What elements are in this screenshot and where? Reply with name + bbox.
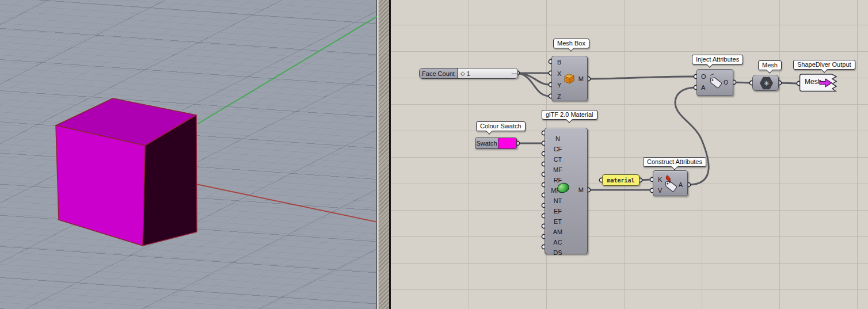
window-divider[interactable] — [378, 0, 391, 309]
tooltip-mesh: Mesh — [758, 60, 782, 70]
tooltip-shapediver-output: ShapeDiver Output — [793, 60, 855, 70]
viewport-scene — [0, 0, 377, 309]
input-label-x: X — [557, 70, 561, 78]
shapediver-output-component[interactable]: Mesh — [799, 74, 838, 92]
construct-attributes-component[interactable]: K V A — [653, 170, 688, 196]
tooltip-gltf-material: glTF 2.0 Material — [542, 110, 597, 120]
gltf-input-labels: N CF CT MF RF MRT NT EF ET AM AC DS — [545, 133, 570, 258]
tooltip-inject-attributes: Inject Attributes — [692, 55, 743, 64]
input-label-ac: AC — [545, 237, 570, 247]
output-label-o: O — [724, 79, 728, 86]
rhino-viewport[interactable] — [0, 0, 377, 309]
input-label-z: Z — [557, 93, 561, 101]
slider-value: 1 — [467, 70, 470, 77]
face-count-slider[interactable]: Face Count ◇ 1 — [419, 68, 518, 79]
tooltip-text: Inject Attributes — [696, 56, 739, 63]
input-label-ct: CT — [545, 154, 570, 165]
output-label-m: M — [578, 186, 584, 194]
input-label-ef: EF — [545, 206, 570, 216]
y-axis-line — [197, 16, 377, 124]
slider-label: Face Count — [420, 68, 458, 78]
input-label-cf: CF — [545, 144, 570, 154]
grasshopper-canvas[interactable] — [391, 0, 868, 309]
swatch-color-chip[interactable] — [498, 138, 516, 148]
swatch-label: Swatch — [475, 138, 498, 148]
inject-attributes-component[interactable]: O A O — [696, 69, 733, 96]
slider-ruler — [512, 73, 518, 76]
inject-attributes-tag-icon — [707, 73, 724, 91]
mesh-hexagon-icon: ✳ — [760, 77, 773, 90]
mesh-param-component[interactable]: ✳ — [752, 75, 779, 91]
input-label-n: N — [545, 133, 570, 144]
cube-front-face — [56, 125, 145, 246]
input-label-et: ET — [545, 216, 570, 227]
input-label-b: B — [557, 59, 561, 66]
input-label-o: O — [701, 73, 706, 81]
input-label-y: Y — [557, 82, 561, 89]
construct-attributes-tag-icon — [662, 174, 679, 193]
input-label-ds: DS — [545, 247, 570, 258]
panel-text: material — [607, 177, 634, 184]
input-label-am: AM — [545, 227, 570, 237]
mesh-box-icon — [562, 71, 576, 85]
tooltip-text: Colour Swatch — [480, 123, 521, 129]
application-window: { "viewport": { "cube": { "front_color":… — [0, 0, 868, 309]
input-label-a: A — [701, 84, 705, 91]
slider-track[interactable]: ◇ 1 — [458, 68, 517, 78]
mesh-box-component[interactable]: B X Y Z M — [551, 56, 588, 101]
tooltip-mesh-box: Mesh Box — [553, 39, 589, 48]
output-label-m: M — [578, 75, 584, 83]
magenta-cube[interactable] — [56, 98, 197, 246]
tooltip-colour-swatch: Colour Swatch — [476, 121, 526, 131]
input-label-nt: NT — [545, 196, 570, 206]
magenta-arrow-icon — [818, 78, 833, 88]
material-text-panel[interactable]: material — [602, 174, 639, 186]
slider-grip-icon[interactable]: ◇ — [460, 70, 465, 77]
gltf-material-component[interactable]: N CF CT MF RF MRT NT EF ET AM AC DS M — [545, 128, 588, 254]
input-label-mf: MF — [545, 165, 570, 175]
snowflake-glyph: ✳ — [763, 79, 769, 87]
x-axis-line — [196, 184, 377, 222]
colour-swatch-component[interactable]: Swatch — [475, 138, 517, 149]
tooltip-construct-attributes: Construct Attributes — [643, 157, 706, 167]
